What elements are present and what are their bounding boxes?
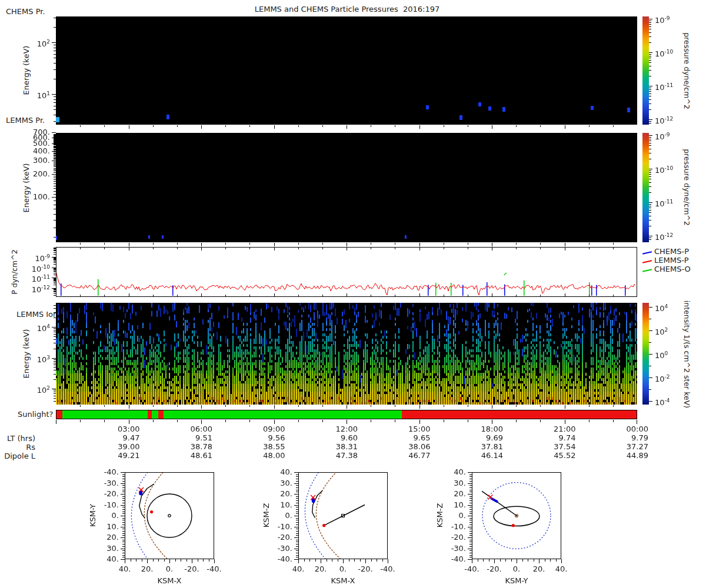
axis-tick (169, 559, 170, 563)
axis-tick (649, 137, 651, 138)
axis-tick (54, 393, 56, 394)
axis-tick (54, 158, 56, 158)
axis-tick (54, 188, 56, 189)
axis-tick (54, 270, 56, 271)
axis-tick (54, 268, 56, 268)
axis-tick (649, 89, 651, 90)
orbit-y-tick-label: 40. (444, 468, 466, 476)
axis-tick (419, 293, 420, 296)
axis-tick (249, 405, 250, 407)
axis-tick (516, 243, 517, 245)
axis-tick (298, 559, 299, 563)
axis-tick (540, 248, 541, 249)
axis-tick (54, 163, 56, 163)
axis-tick (187, 559, 187, 562)
axis-tick (52, 389, 56, 389)
axis-tick (177, 125, 178, 127)
axis-tick (649, 208, 651, 208)
axis-tick (649, 96, 651, 96)
axis-tick (468, 549, 472, 549)
axis-tick (377, 559, 377, 562)
axis-tick (54, 165, 56, 166)
axis-tick (54, 149, 56, 149)
axis-tick (142, 559, 142, 562)
axis-tick (296, 557, 298, 557)
axis-tick (649, 32, 651, 33)
time-tick-label: 12:00 (315, 425, 358, 433)
axis-tick (469, 507, 472, 507)
axis-tick (104, 248, 105, 249)
colorbar-tick-label: 10-11 (655, 82, 682, 91)
axis-tick (54, 336, 56, 337)
axis-tick (395, 405, 395, 407)
axis-tick (121, 537, 125, 538)
axis-tick (296, 518, 298, 519)
axis-tick (54, 291, 56, 292)
orbit-y-tick-label: 10. (444, 501, 466, 509)
axis-tick (469, 512, 472, 512)
axis-tick (649, 26, 651, 27)
axis-tick (54, 139, 56, 139)
lt-value: 9.74 (534, 434, 576, 442)
axis-tick (158, 559, 159, 562)
axis-tick (129, 420, 129, 424)
axis-tick (54, 330, 56, 330)
colorbar-tick-label: 10-2 (655, 373, 682, 383)
axis-tick (649, 179, 651, 179)
axis-tick (492, 248, 492, 250)
axis-tick (649, 56, 651, 56)
time-tick-label: 03:00 (98, 425, 140, 433)
axis-tick (54, 102, 56, 103)
axis-tick (54, 142, 56, 142)
axis-tick (54, 334, 56, 335)
axis-tick (54, 148, 56, 148)
axis-tick (419, 248, 420, 250)
colorbar-tick-label: 10-12 (655, 115, 682, 125)
axis-tick (516, 125, 517, 127)
axis-tick (54, 279, 56, 280)
axis-tick (214, 559, 215, 563)
axis-tick (589, 248, 590, 249)
axis-tick (371, 248, 371, 249)
axis-tick (80, 420, 81, 422)
axis-tick (54, 264, 56, 265)
axis-tick (54, 254, 56, 255)
axis-tick (54, 328, 56, 329)
axis-tick (54, 295, 56, 296)
axis-tick (54, 172, 56, 173)
y-tick-label: 102 (16, 38, 50, 48)
orbit-y-tick-label: 30. (444, 479, 466, 487)
axis-tick (613, 243, 614, 245)
figure-root: LEMMS and CHEMS Particle Pressures 2016:… (0, 0, 706, 588)
axis-tick (649, 29, 651, 29)
axis-tick (649, 99, 651, 100)
axis-tick (54, 155, 56, 156)
axis-tick (296, 509, 298, 510)
axis-tick (468, 248, 468, 249)
axis-tick (54, 150, 56, 151)
axis-tick (332, 559, 332, 562)
axis-tick (177, 420, 178, 422)
axis-tick (469, 513, 472, 514)
axis-tick (54, 164, 56, 165)
axis-tick (121, 494, 125, 495)
axis-tick (54, 63, 56, 64)
axis-tick (122, 557, 125, 557)
axis-tick (201, 125, 202, 129)
axis-tick (122, 503, 125, 503)
axis-tick (296, 513, 298, 514)
orbit-xlabel-ksmz_vs_ksmx: KSM-X (319, 577, 367, 584)
axis-tick (296, 475, 298, 475)
axis-tick (494, 559, 495, 563)
axis-tick (56, 420, 56, 424)
axis-tick (516, 405, 517, 407)
axis-tick (296, 535, 298, 536)
axis-tick (322, 125, 323, 127)
axis-tick (540, 125, 541, 127)
axis-tick (371, 559, 372, 562)
axis-tick (131, 559, 131, 562)
axis-tick (54, 289, 56, 290)
axis-tick (54, 155, 56, 155)
lt-value: 9.65 (388, 434, 431, 442)
axis-tick (516, 420, 517, 422)
